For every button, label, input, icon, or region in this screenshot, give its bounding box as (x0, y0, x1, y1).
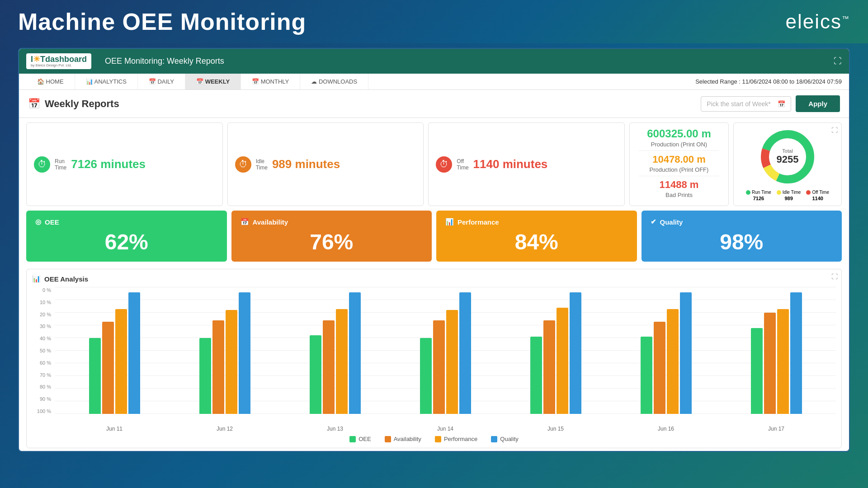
bars-container (55, 287, 836, 414)
nav-tabs: 🏠 HOME 📊 ANALYTICS 📅 DAILY 📅 WEEKLY 📅 MO… (26, 74, 368, 89)
legend-availability-dot (385, 436, 391, 442)
quality-value: 98% (651, 230, 833, 254)
print-on-label: Production (Print ON) (639, 141, 719, 148)
quality-icon: ✔ (651, 218, 656, 226)
donut-legend: Run Time 7126 Idle Time 989 Off Time (746, 190, 829, 201)
bar-group (528, 292, 583, 414)
off-time-value: 1140 minutes (473, 157, 548, 171)
legend-oee: OEE (349, 436, 371, 442)
performance-header: 📊 Performance (445, 218, 628, 226)
chart-bar (128, 292, 140, 414)
analysis-icon: 📊 (32, 275, 41, 283)
nav-tab-analytics[interactable]: 📊 ANALYTICS (75, 74, 138, 89)
legend-quality: Quality (491, 436, 518, 442)
performance-label: Performance (458, 218, 499, 226)
expand-dashboard-icon[interactable]: ⛶ (834, 56, 842, 66)
expand-chart-icon[interactable]: ⛶ (831, 273, 838, 280)
chart-bar (459, 292, 471, 414)
bar-group (308, 292, 362, 414)
legend-quality-label: Quality (500, 436, 518, 442)
run-time-card: ⏱ RunTime 7126 minutes (26, 122, 223, 206)
availability-label: Availability (253, 218, 288, 226)
nav-tab-daily[interactable]: 📅 DAILY (138, 74, 185, 89)
donut-total-value: 9255 (777, 154, 799, 165)
brand-logo: eleics™ (786, 10, 850, 33)
metrics-row: ⏱ RunTime 7126 minutes ⏱ IdleTime 989 mi… (19, 118, 849, 211)
calendar-input-icon[interactable]: 📅 (778, 100, 785, 108)
bar-group (749, 292, 803, 414)
legend-availability: Availability (385, 436, 421, 442)
availability-icon: 📅 (241, 218, 249, 226)
quality-header: ✔ Quality (651, 218, 833, 226)
legend-off-time: Off Time 1140 (806, 190, 829, 201)
chart-bar (654, 322, 665, 414)
run-time-value: 7126 minutes (71, 157, 146, 171)
x-axis-labels: Jun 11Jun 12Jun 13Jun 14Jun 15Jun 16Jun … (55, 426, 836, 432)
x-axis-label: Jun 16 (639, 426, 693, 432)
chart-bar (530, 337, 542, 414)
legend-idle-time: Idle Time 989 (777, 190, 801, 201)
bar-group (418, 292, 472, 414)
idle-time-icon: ⏱ (235, 156, 251, 173)
availability-card: 📅 Availability 76% (231, 211, 432, 262)
legend-oee-label: OEE (359, 436, 371, 442)
dashboard-header: I☀Tdashboard by Eleics Design Pvt. Ltd. … (19, 49, 849, 74)
legend-availability-label: Availability (394, 436, 421, 442)
performance-value: 84% (445, 230, 628, 254)
week-start-input[interactable]: Pick the start of Week* 📅 (701, 96, 791, 112)
weekly-reports-title: 📅 Weekly Reports (28, 98, 119, 110)
logo-sub: by Eleics Design Pvt. Ltd. (31, 63, 72, 67)
x-axis-label: Jun 12 (198, 426, 252, 432)
oee-analysis-section: 📊 OEE Analysis ⛶ 100 % 90 % 80 % 70 % 60… (26, 269, 842, 448)
run-time-icon: ⏱ (34, 156, 50, 173)
donut-chart: Total 9255 (758, 127, 817, 186)
dashboard-title: OEE Monitoring: Weekly Reports (105, 56, 224, 66)
nav-tab-monthly[interactable]: 📅 MONTHLY (241, 74, 300, 89)
chart-bar (102, 322, 114, 414)
legend-oee-dot (349, 436, 356, 442)
off-time-icon: ⏱ (436, 156, 452, 173)
chart-bar (199, 338, 211, 414)
donut-center: Total 9255 (777, 148, 799, 165)
oee-cards-row: ◎ OEE 62% 📅 Availability 76% 📊 Performan… (19, 211, 849, 266)
page-title: Machine OEE Monitoring (18, 8, 306, 35)
legend-performance: Performance (435, 436, 477, 442)
chart-bar (641, 337, 652, 414)
off-time-legend-value: 1140 (812, 196, 823, 201)
oee-card-header: ◎ OEE (35, 218, 218, 226)
off-time-label: OffTime (457, 158, 468, 171)
chart-bar (680, 292, 692, 414)
chart-bar (212, 320, 224, 414)
chart-bar (349, 292, 361, 414)
quality-label: Quality (660, 218, 683, 226)
chart-area: 100 % 90 % 80 % 70 % 60 % 50 % 40 % 30 %… (32, 287, 836, 432)
availability-header: 📅 Availability (241, 218, 423, 226)
chart-y-axis: 100 % 90 % 80 % 70 % 60 % 50 % 40 % 30 %… (32, 287, 53, 414)
oee-card: ◎ OEE 62% (26, 211, 227, 262)
print-off-label: Production (Print OFF) (639, 166, 719, 173)
print-on-value: 600325.00 m (639, 127, 719, 140)
expand-donut-icon[interactable]: ⛶ (831, 127, 838, 134)
legend-performance-dot (435, 436, 441, 442)
chart-bar (420, 338, 432, 414)
chart-bar (115, 309, 127, 414)
off-time-dot (806, 190, 811, 195)
calendar-icon: 📅 (28, 98, 40, 110)
performance-icon: 📊 (445, 218, 454, 226)
idle-time-legend-label: Idle Time (783, 190, 801, 195)
nav-tab-home[interactable]: 🏠 HOME (26, 74, 75, 89)
nav-tab-weekly[interactable]: 📅 WEEKLY (185, 74, 241, 89)
bar-group (639, 292, 693, 414)
x-axis-label: Jun 15 (528, 426, 583, 432)
donut-total-label: Total (777, 148, 799, 154)
idle-time-legend-value: 989 (784, 196, 793, 201)
apply-button[interactable]: Apply (796, 95, 840, 112)
nav-tab-downloads[interactable]: ☁ DOWNLOADS (300, 74, 368, 89)
dashboard-container: I☀Tdashboard by Eleics Design Pvt. Ltd. … (18, 48, 850, 452)
chart-bar (764, 313, 776, 414)
chart-legend: OEE Availability Performance Quality (32, 436, 836, 442)
performance-card: 📊 Performance 84% (436, 211, 637, 262)
quality-card: ✔ Quality 98% (642, 211, 842, 262)
chart-bar (310, 335, 321, 414)
chart-bar (239, 292, 250, 414)
